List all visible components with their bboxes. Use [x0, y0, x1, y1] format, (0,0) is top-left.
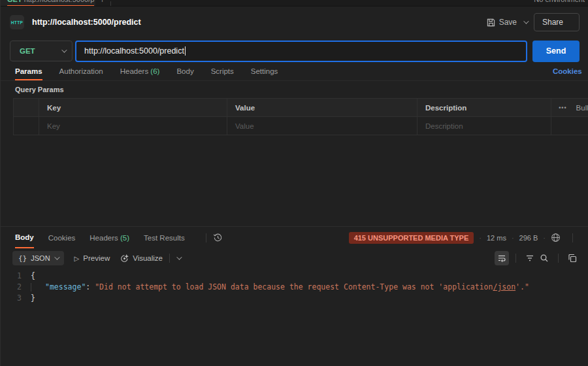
preview-button[interactable]: ▷ Preview: [74, 254, 110, 262]
line-number: 1: [1, 271, 31, 282]
dot-separator: ·: [512, 234, 514, 242]
checkbox-column-header: [14, 99, 39, 116]
open-request-tab[interactable]: GET http://localhost:5000/p: [1, 0, 95, 7]
code-line: 2 "message": "Did not attempt to load JS…: [1, 282, 588, 293]
value-column-header: Value: [227, 99, 417, 116]
new-tab-button[interactable]: +: [100, 0, 105, 5]
save-button[interactable]: Save: [487, 18, 517, 27]
filter-icon[interactable]: [523, 251, 537, 265]
response-body-editor[interactable]: 1 { 2 "message": "Did not attempt to loa…: [1, 268, 588, 366]
divider: [515, 254, 516, 263]
code-line: 3 }: [1, 293, 588, 304]
more-actions-icon[interactable]: •••: [559, 105, 566, 111]
method-chevron-icon: [61, 47, 67, 52]
description-input[interactable]: Description: [417, 117, 551, 135]
url-input[interactable]: http://localhost:5000/predict: [75, 41, 527, 62]
format-chevron-icon: [54, 254, 59, 259]
response-tab-headers[interactable]: Headers (5): [90, 227, 129, 248]
method-select[interactable]: GET: [10, 41, 73, 61]
dot-separator: ·: [543, 234, 546, 242]
headers-count-badge: (6): [150, 67, 159, 75]
code-text: }: [31, 293, 35, 304]
query-params-table: Key Value Description ••• Bulk Edit Key …: [13, 98, 588, 135]
tab-method-label: GET: [7, 0, 22, 3]
copy-icon[interactable]: [565, 251, 580, 265]
tab-authorization[interactable]: Authorization: [59, 64, 103, 80]
view-options-chevron-icon[interactable]: [176, 254, 182, 259]
divider: [206, 233, 206, 242]
row-select-cell[interactable]: [14, 117, 39, 135]
divider: [169, 254, 170, 263]
http-method-icon: HTTP: [10, 15, 24, 29]
format-select[interactable]: {} JSON: [12, 251, 64, 265]
url-input-value: http://localhost:5000/predict: [84, 46, 184, 56]
request-header: HTTP http://localhost:5000/predict Save …: [1, 7, 588, 38]
divider: [572, 233, 573, 242]
tab-settings[interactable]: Settings: [251, 64, 278, 80]
tab-body[interactable]: Body: [176, 64, 193, 80]
preview-label: Preview: [83, 254, 110, 262]
wrap-text-button[interactable]: [495, 251, 509, 265]
visualize-label: Visualize: [133, 254, 163, 262]
response-time: 12 ms: [487, 234, 506, 242]
preview-icon: ▷: [74, 255, 80, 262]
status-badge: 415 UNSUPPORTED MEDIA TYPE: [349, 232, 474, 244]
visualize-button[interactable]: Visualize: [120, 254, 163, 263]
method-select-value: GET: [20, 47, 35, 55]
response-tab-body[interactable]: Body: [15, 227, 34, 248]
response-headers-count-badge: (5): [120, 234, 129, 242]
line-number: 3: [1, 293, 31, 304]
divider: [558, 254, 559, 263]
share-button[interactable]: Share: [534, 13, 580, 31]
tab-url-label: http://localhost:5000/p: [24, 0, 95, 3]
save-label: Save: [499, 18, 517, 27]
response-tab-test-results[interactable]: Test Results: [144, 227, 185, 248]
dot-separator: ·: [479, 234, 482, 242]
code-text: {: [31, 271, 35, 282]
request-tabs: Params Authorization Headers (6) Body Sc…: [1, 64, 588, 81]
response-panel: Body Cookies Headers (5) Test Results 41…: [1, 226, 588, 366]
cookies-link[interactable]: Cookies: [553, 67, 582, 75]
tab-headers[interactable]: Headers (6): [120, 64, 160, 80]
line-number: 2: [1, 282, 31, 293]
response-tab-cookies[interactable]: Cookies: [48, 227, 76, 248]
save-icon: [487, 18, 495, 27]
response-size: 296 B: [519, 234, 538, 242]
visualize-sparkle-icon: [120, 254, 129, 263]
tab-scripts[interactable]: Scripts: [211, 64, 234, 80]
key-column-header: Key: [39, 99, 227, 116]
table-header-row: Key Value Description ••• Bulk Edit: [14, 99, 588, 117]
content-type-link: /json: [493, 282, 515, 291]
key-input[interactable]: Key: [39, 117, 227, 135]
url-builder: GET http://localhost:5000/predict Send: [1, 38, 588, 64]
save-dropdown-chevron-icon[interactable]: [523, 18, 529, 24]
search-icon[interactable]: [537, 251, 551, 265]
request-body-empty-area: [1, 135, 588, 226]
format-select-value: JSON: [31, 254, 50, 262]
response-toolbar: {} JSON ▷ Preview Visualize: [1, 248, 588, 268]
environment-selector[interactable]: No environment: [534, 0, 585, 3]
text-caret: [185, 46, 186, 56]
bulk-edit-link[interactable]: Bulk Edit: [576, 104, 588, 112]
tab-params[interactable]: Params: [15, 64, 42, 80]
history-icon[interactable]: [213, 233, 223, 242]
code-line: 1 {: [1, 271, 588, 282]
open-request-tab-label: GET http://localhost:5000/p: [7, 0, 94, 3]
braces-icon: {}: [18, 254, 27, 263]
divider: [110, 1, 111, 7]
send-button[interactable]: Send: [532, 41, 580, 62]
active-tab-underline: [7, 5, 94, 7]
description-column-header: Description: [417, 99, 551, 116]
response-meta: 415 UNSUPPORTED MEDIA TYPE · 12 ms · 296…: [349, 232, 580, 244]
response-tabs: Body Cookies Headers (5) Test Results 41…: [1, 227, 588, 248]
indent-guide: [31, 283, 31, 291]
code-text: "message": "Did not attempt to load JSON…: [31, 282, 529, 293]
value-input[interactable]: Value: [227, 117, 417, 135]
table-row: Key Value Description: [14, 117, 588, 135]
query-params-heading: Query Params: [1, 81, 588, 98]
request-title: http://localhost:5000/predict: [32, 18, 141, 27]
globe-icon[interactable]: [551, 233, 561, 242]
request-tab-strip: GET http://localhost:5000/p + No environ…: [1, 0, 588, 7]
postman-window: GET http://localhost:5000/p + No environ…: [1, 0, 588, 366]
row-actions-cell: [551, 117, 588, 135]
